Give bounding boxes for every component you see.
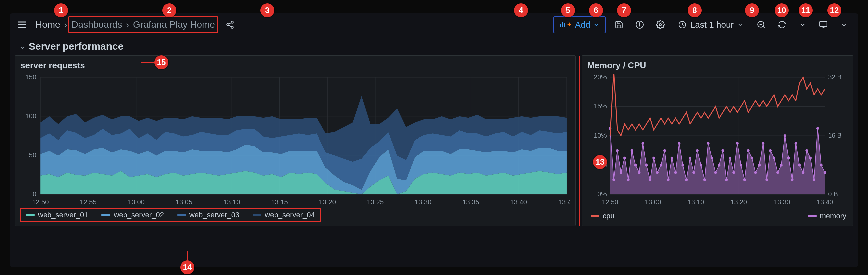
zoom-out-button[interactable] xyxy=(754,17,769,32)
svg-point-11 xyxy=(659,24,662,26)
annotation-marker-10: 10 xyxy=(775,3,788,17)
clock-icon xyxy=(678,21,686,29)
breadcrumb-home[interactable]: Home xyxy=(33,18,63,31)
time-label: Last 1 hour xyxy=(690,20,734,30)
svg-point-123 xyxy=(780,164,782,166)
svg-point-124 xyxy=(783,134,786,137)
chevron-down-icon xyxy=(738,22,743,27)
svg-point-5 xyxy=(231,26,234,28)
svg-point-81 xyxy=(627,178,630,181)
view-mode-chevron[interactable] xyxy=(837,17,851,32)
svg-point-4 xyxy=(227,24,229,26)
chevron-down-icon xyxy=(594,22,599,27)
share-button[interactable] xyxy=(223,18,237,31)
svg-point-103 xyxy=(707,142,710,145)
svg-point-128 xyxy=(798,164,801,166)
svg-point-105 xyxy=(714,171,717,174)
add-panel-button[interactable]: + Add xyxy=(553,17,606,33)
legend-item[interactable]: web_server_03 xyxy=(177,211,239,219)
row-header[interactable]: ⌄ Server performance xyxy=(10,36,858,55)
svg-point-108 xyxy=(725,178,728,181)
annotation-marker-7: 7 xyxy=(617,3,631,17)
annotation-marker-8: 8 xyxy=(688,3,702,17)
chevron-down-icon: ⌄ xyxy=(19,42,25,51)
panel-server-requests[interactable]: server requests 05010015012:5012:5513:00… xyxy=(15,55,576,226)
svg-point-88 xyxy=(652,156,655,159)
svg-point-111 xyxy=(736,142,739,145)
annotation-marker-2: 2 xyxy=(162,3,176,17)
svg-text:12:50: 12:50 xyxy=(602,198,618,206)
svg-point-129 xyxy=(802,171,804,174)
dashboard-app: Home › Dashboards › Grafana Play Home + … xyxy=(10,13,858,267)
svg-point-84 xyxy=(638,171,641,174)
svg-text:150: 150 xyxy=(25,74,36,81)
svg-text:12:50: 12:50 xyxy=(32,198,49,206)
legend-memory-cpu: cpu memory xyxy=(587,208,848,222)
svg-text:13:05: 13:05 xyxy=(176,198,192,206)
svg-text:13:40: 13:40 xyxy=(510,198,527,206)
svg-text:32 B: 32 B xyxy=(828,74,842,81)
svg-point-82 xyxy=(631,149,633,152)
svg-point-101 xyxy=(700,164,703,166)
info-button[interactable] xyxy=(632,17,647,32)
svg-text:13:20: 13:20 xyxy=(731,198,747,206)
breadcrumb-dashboards[interactable]: Dashboards xyxy=(71,18,125,31)
annotation-marker-1: 1 xyxy=(54,3,68,17)
time-picker[interactable]: Last 1 hour xyxy=(674,18,748,32)
svg-point-110 xyxy=(733,171,735,174)
settings-button[interactable] xyxy=(653,17,668,32)
legend-item-cpu[interactable]: cpu xyxy=(591,212,614,220)
svg-point-113 xyxy=(743,178,746,181)
view-mode-button[interactable] xyxy=(816,17,831,32)
svg-rect-16 xyxy=(819,21,827,26)
panel-row: server requests 05010015012:5012:5513:00… xyxy=(10,55,858,226)
legend-item[interactable]: web_server_02 xyxy=(101,211,163,219)
svg-text:13:20: 13:20 xyxy=(319,198,336,206)
svg-point-130 xyxy=(805,149,808,152)
svg-point-93 xyxy=(671,156,673,159)
refresh-interval-button[interactable] xyxy=(795,17,810,32)
add-label: Add xyxy=(575,20,590,30)
svg-point-83 xyxy=(634,164,637,166)
svg-text:10%: 10% xyxy=(594,132,607,139)
panel-title: Memory / CPU xyxy=(587,60,848,71)
svg-line-7 xyxy=(229,25,231,27)
legend-item-memory[interactable]: memory xyxy=(808,212,846,220)
svg-point-78 xyxy=(616,149,619,152)
svg-point-106 xyxy=(718,164,721,166)
breadcrumb-current[interactable]: Grafana Play Home xyxy=(130,18,215,31)
refresh-button[interactable] xyxy=(775,17,789,32)
toolbar-right: + Add Last 1 hour xyxy=(553,17,851,33)
svg-point-117 xyxy=(758,164,761,166)
svg-point-127 xyxy=(795,142,797,145)
svg-text:100: 100 xyxy=(25,113,36,120)
svg-point-132 xyxy=(813,178,815,181)
panel-memory-cpu[interactable]: Memory / CPU 0%5%10%15%20%0 B16 B32 B12:… xyxy=(582,55,853,226)
svg-point-85 xyxy=(642,142,644,145)
svg-point-104 xyxy=(711,156,713,159)
legend-item[interactable]: web_server_01 xyxy=(26,211,88,219)
svg-point-89 xyxy=(656,171,659,174)
svg-point-90 xyxy=(660,164,662,166)
svg-point-116 xyxy=(754,171,757,174)
svg-point-120 xyxy=(769,149,772,152)
annotation-line xyxy=(141,62,155,63)
svg-point-99 xyxy=(692,171,695,174)
svg-point-86 xyxy=(645,164,648,166)
svg-point-134 xyxy=(820,164,823,166)
annotation-marker-14: 14 xyxy=(180,260,194,274)
chart-memory-cpu[interactable]: 0%5%10%15%20%0 B16 B32 B12:5013:0013:101… xyxy=(587,74,848,208)
svg-text:13:00: 13:00 xyxy=(645,198,661,206)
svg-point-97 xyxy=(685,178,688,181)
svg-text:15%: 15% xyxy=(594,102,607,110)
menu-button[interactable] xyxy=(17,19,27,30)
svg-line-6 xyxy=(229,23,231,24)
svg-point-98 xyxy=(689,156,691,159)
breadcrumb-sep: › xyxy=(125,20,130,30)
svg-text:50: 50 xyxy=(29,151,36,158)
annotation-marker-11: 11 xyxy=(799,3,813,17)
legend-item[interactable]: web_server_04 xyxy=(253,211,315,219)
save-button[interactable] xyxy=(612,17,626,32)
chart-server-requests[interactable]: 05010015012:5012:5513:0013:0513:1013:151… xyxy=(20,74,570,208)
panel-icon xyxy=(560,22,565,27)
